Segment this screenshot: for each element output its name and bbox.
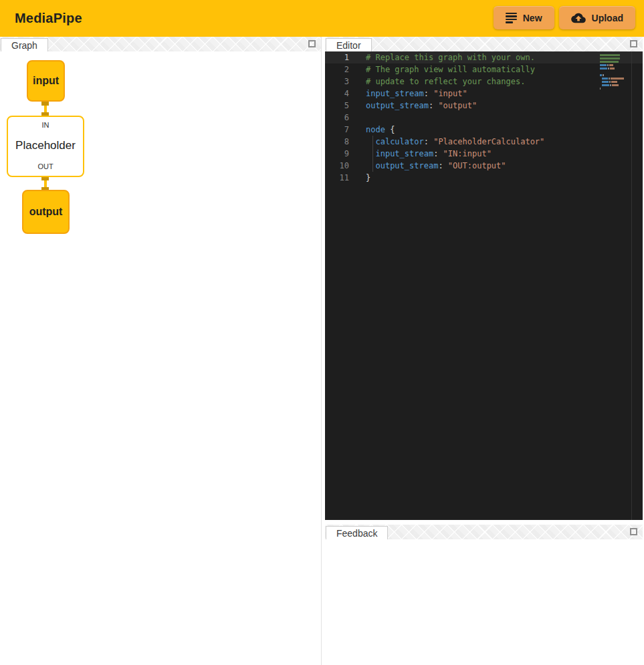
code-text bbox=[357, 112, 366, 124]
code-token-key: node bbox=[366, 125, 385, 134]
code-line[interactable]: 3# update to reflect your changes. bbox=[325, 76, 643, 88]
code-line[interactable]: 5output_stream: "output" bbox=[325, 100, 643, 112]
upload-button-label: Upload bbox=[592, 13, 623, 23]
minimap-token bbox=[600, 88, 601, 90]
upload-button[interactable]: Upload bbox=[559, 6, 635, 29]
code-token-string: "IN:input" bbox=[443, 149, 492, 158]
code-text: calculator: "PlaceholderCalculator" bbox=[357, 136, 544, 148]
minimap-line bbox=[600, 68, 627, 70]
code-text: } bbox=[357, 172, 370, 184]
line-number: 10 bbox=[325, 160, 357, 172]
code-token-punct: : bbox=[438, 161, 447, 170]
minimap-token bbox=[600, 68, 607, 70]
line-number: 4 bbox=[325, 88, 357, 100]
code-token-punct: : bbox=[424, 89, 433, 98]
minimap-token bbox=[600, 57, 620, 59]
line-number: 3 bbox=[325, 76, 357, 88]
code-text: input_stream: "input" bbox=[357, 88, 467, 100]
indent-guide bbox=[372, 136, 373, 172]
graph-node-placeholder[interactable]: IN Placeholder OUT bbox=[7, 116, 84, 177]
tab-graph[interactable]: Graph bbox=[1, 38, 48, 51]
code-token-comment: # Replace this graph with your own. bbox=[366, 53, 535, 62]
code-token-key: output_stream bbox=[366, 101, 429, 110]
minimap-token bbox=[608, 68, 609, 70]
feedback-content bbox=[325, 539, 643, 665]
code-editor[interactable]: 1# Replace this graph with your own.2# T… bbox=[325, 51, 643, 520]
minimap-token bbox=[603, 74, 604, 76]
app-header: MediaPipe New Upload bbox=[0, 0, 644, 37]
minimap-line bbox=[600, 61, 627, 63]
code-token-plain bbox=[366, 137, 375, 146]
code-token-string: "input" bbox=[433, 89, 467, 98]
code-token-comment: # update to reflect your changes. bbox=[366, 77, 525, 86]
code-token-string: "PlaceholderCalculator" bbox=[433, 137, 544, 146]
new-button[interactable]: New bbox=[494, 6, 554, 29]
subject-icon bbox=[506, 13, 517, 23]
minimap-line bbox=[600, 81, 627, 83]
code-token-key: input_stream bbox=[375, 149, 433, 158]
minimap-token bbox=[600, 78, 601, 80]
code-line[interactable]: 7node { bbox=[325, 124, 643, 136]
minimap[interactable] bbox=[600, 54, 627, 91]
code-token-punct: } bbox=[366, 173, 370, 182]
minimap-token bbox=[609, 78, 610, 80]
feedback-panel-header: Feedback bbox=[325, 525, 643, 539]
minimap-line bbox=[600, 78, 627, 80]
minimap-token bbox=[600, 54, 620, 56]
code-token-string: "output" bbox=[438, 101, 477, 110]
line-number: 2 bbox=[325, 63, 357, 76]
graph-node-input[interactable]: input bbox=[27, 60, 65, 102]
maximize-icon[interactable] bbox=[308, 40, 316, 47]
graph-panel: Graph input IN Placeholder OUT output bbox=[0, 37, 322, 665]
code-token-plain bbox=[366, 149, 375, 158]
line-number: 6 bbox=[325, 112, 357, 124]
feedback-panel: Feedback bbox=[325, 525, 643, 665]
code-token-string: "OUT:output" bbox=[448, 161, 506, 170]
editor-panel: Editor 1# Replace this graph with your o… bbox=[325, 37, 643, 520]
minimap-token bbox=[609, 81, 611, 83]
maximize-icon[interactable] bbox=[630, 528, 637, 535]
minimap-token bbox=[602, 81, 609, 83]
tab-graph-label: Graph bbox=[11, 40, 37, 51]
tab-editor[interactable]: Editor bbox=[326, 38, 372, 51]
minimap-token bbox=[600, 84, 601, 86]
code-line[interactable]: 4input_stream: "input" bbox=[325, 88, 643, 100]
tab-feedback[interactable]: Feedback bbox=[326, 526, 388, 539]
placeholder-out-label: OUT bbox=[37, 162, 53, 170]
minimap-token bbox=[610, 68, 615, 70]
code-token-punct: : bbox=[424, 137, 433, 146]
code-line[interactable]: 11} bbox=[325, 172, 643, 184]
scrollbar-track[interactable] bbox=[631, 51, 643, 520]
minimap-line bbox=[600, 74, 627, 76]
code-text: node { bbox=[357, 124, 395, 136]
graph-node-output[interactable]: output bbox=[22, 190, 70, 234]
graph-canvas[interactable]: input IN Placeholder OUT output bbox=[0, 51, 321, 665]
code-line[interactable]: 1# Replace this graph with your own. bbox=[325, 51, 643, 63]
line-number: 9 bbox=[325, 148, 357, 160]
line-number: 1 bbox=[325, 51, 357, 63]
tab-feedback-label: Feedback bbox=[336, 528, 377, 539]
code-token-punct: : bbox=[433, 149, 443, 158]
placeholder-label: Placeholder bbox=[15, 139, 76, 152]
minimap-line bbox=[600, 71, 627, 73]
minimap-token bbox=[610, 84, 611, 86]
minimap-line bbox=[600, 54, 627, 56]
code-text: # Replace this graph with your own. bbox=[357, 51, 535, 63]
minimap-token bbox=[600, 81, 601, 83]
code-text: input_stream: "IN:input" bbox=[357, 148, 492, 160]
editor-panel-header: Editor bbox=[325, 37, 643, 51]
node-output-label: output bbox=[29, 206, 63, 218]
minimap-token bbox=[611, 81, 617, 83]
new-button-label: New bbox=[523, 13, 542, 23]
maximize-icon[interactable] bbox=[630, 40, 637, 47]
minimap-token bbox=[602, 78, 608, 80]
tab-editor-label: Editor bbox=[336, 40, 361, 51]
code-line[interactable]: 6 bbox=[325, 112, 643, 124]
line-number: 11 bbox=[325, 172, 357, 184]
cloud-upload-icon bbox=[571, 12, 586, 24]
minimap-line bbox=[600, 84, 627, 86]
minimap-token bbox=[612, 84, 619, 86]
minimap-line bbox=[600, 57, 627, 59]
code-line[interactable]: 2# The graph view will automatically bbox=[325, 63, 643, 76]
line-number: 7 bbox=[325, 124, 357, 136]
